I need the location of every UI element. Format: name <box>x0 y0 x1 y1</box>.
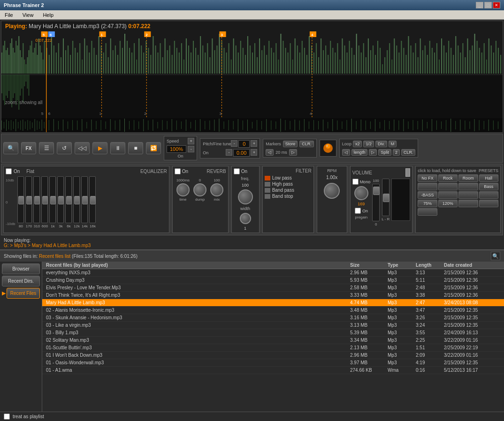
menu-file[interactable]: File <box>2 11 16 19</box>
store-button[interactable]: Store <box>283 141 298 147</box>
finetune-minus[interactable]: - <box>226 149 232 156</box>
list-name-link[interactable]: Recent files list <box>39 254 70 259</box>
table-row[interactable]: Don't Think Twice, It's All Right.mp33.3… <box>42 292 504 299</box>
eq-slider-thumb-80[interactable] <box>18 196 24 204</box>
recent-dirs-button[interactable]: Recent Dirs. <box>2 276 40 286</box>
eq-slider-track-80[interactable] <box>17 176 24 223</box>
table-row[interactable]: Mary Had A Little Lamb.mp34.74 MBMp32:47… <box>42 299 504 307</box>
eq-slider-track-6k[interactable] <box>65 176 72 223</box>
loop-x2[interactable]: x2 <box>353 141 362 147</box>
preset-btn-3[interactable]: Hall <box>479 174 498 182</box>
eq-slider-thumb-14k[interactable] <box>82 196 88 204</box>
table-row[interactable]: 01 I Won't Back Down.mp32.96 MBMp32:093/… <box>42 352 504 359</box>
search-button[interactable]: 🔍 <box>3 142 18 154</box>
eq-slider-track-12k[interactable] <box>73 176 80 223</box>
pitch-plus[interactable]: + <box>251 140 257 147</box>
speed-minus[interactable]: - <box>188 146 194 152</box>
play-button[interactable]: ▶ <box>92 142 107 154</box>
table-row[interactable]: 01 - A1.wma274.66 KBWma0:165/12/2013 16:… <box>42 367 504 374</box>
freq-on-checkbox[interactable] <box>234 168 240 174</box>
table-row[interactable]: 03 - Skunk Anansie - Hedonism.mp33.16 MB… <box>42 314 504 322</box>
loop-clr[interactable]: CLR. <box>401 149 416 156</box>
rpm-knob[interactable] <box>324 183 340 199</box>
eq-slider-thumb-310[interactable] <box>34 196 40 204</box>
eq-slider-thumb-600[interactable] <box>42 196 48 204</box>
preset-btn-1[interactable]: Rock <box>438 174 458 182</box>
clr-button[interactable]: CLR. <box>299 141 314 147</box>
browser-button[interactable]: Browser <box>2 263 40 274</box>
pregain-knob[interactable] <box>354 186 368 200</box>
table-row[interactable]: 02 Solitary Man.mp33.34 MBMp32:253/22/20… <box>42 337 504 344</box>
speed-plus[interactable]: + <box>188 138 194 144</box>
reverb-on-checkbox[interactable] <box>175 168 181 174</box>
maximize-button[interactable]: □ <box>484 2 492 8</box>
loop-button[interactable]: ↺ <box>57 142 72 154</box>
eq-slider-thumb-1k[interactable] <box>50 196 56 204</box>
loop-div[interactable]: Div. <box>375 141 387 147</box>
finetune-plus[interactable]: + <box>251 149 257 156</box>
eq-on-checkbox[interactable] <box>6 168 12 174</box>
preset-btn-2[interactable]: Room <box>458 174 478 182</box>
marker-next[interactable]: ▷ <box>289 149 297 156</box>
eq-slider-track-1k[interactable] <box>49 176 56 223</box>
fx-button[interactable]: FX <box>21 142 36 154</box>
table-row[interactable]: 03 - Billy 1.mp35.39 MBMp33:552/24/2009 … <box>42 329 504 337</box>
repeat-button[interactable]: 🔁 <box>146 142 161 154</box>
minimize-button[interactable]: _ <box>476 2 483 8</box>
eq-flat-label[interactable]: Flat <box>26 169 34 174</box>
recent-files-button[interactable]: Recent Files <box>7 288 40 299</box>
reverb-time-knob[interactable] <box>176 183 190 196</box>
loop-fwd[interactable]: ▷ <box>369 149 377 156</box>
waveform-mini[interactable] <box>1 118 503 132</box>
close-button[interactable]: ✕ <box>493 2 500 8</box>
width-knob[interactable] <box>240 213 251 224</box>
table-row[interactable]: 01 - Oasis-Wonderwall.mp33.97 MBMp34:192… <box>42 359 504 367</box>
eq-slider-track-3k[interactable] <box>57 176 64 223</box>
eq-slider-thumb-12k[interactable] <box>74 196 80 204</box>
freq-knob[interactable] <box>238 189 253 204</box>
vol-on-checkbox[interactable] <box>355 208 361 214</box>
waveform-main[interactable]: 5 6 0:07.222 1 2 <box>1 31 503 118</box>
loop-length[interactable]: length <box>351 149 368 156</box>
preset-btn-7[interactable]: Bass <box>479 183 498 190</box>
marker-prev[interactable]: ◁ <box>266 149 274 156</box>
parrot-button[interactable] <box>320 140 336 157</box>
preset-btn-0[interactable]: No FX <box>418 174 437 182</box>
preset-btn-12[interactable]: 75% <box>418 200 437 207</box>
loop-back[interactable]: ◁ <box>342 149 350 156</box>
eq-slider-thumb-16k[interactable] <box>90 196 96 204</box>
preset-btn-13[interactable]: 120% <box>438 200 458 207</box>
mono-checkbox[interactable] <box>352 179 359 185</box>
table-row[interactable]: Crushing Day.mp35.93 MBMp35:112/15/2009 … <box>42 277 504 284</box>
reverb-mix-knob[interactable] <box>210 183 223 196</box>
pause-button[interactable]: ⏸ <box>110 142 125 154</box>
loop-half[interactable]: 1/2 <box>363 141 374 147</box>
volume-slider[interactable] <box>372 184 380 221</box>
playlist-checkbox[interactable] <box>4 413 10 420</box>
loop-m[interactable]: M <box>389 141 397 147</box>
preset-btn-8[interactable]: -BASS <box>418 191 437 199</box>
menu-view[interactable]: View <box>20 11 37 19</box>
script-button[interactable]: ☰ <box>39 142 54 154</box>
table-row[interactable]: 01-Scuttle Buttin'.mp32.13 MBMp31:512/25… <box>42 344 504 352</box>
pitch-minus[interactable]: - <box>231 140 237 147</box>
eq-slider-thumb-6k[interactable] <box>66 196 72 204</box>
table-row[interactable]: 03 - Like a virgin.mp33.13 MBMp33:242/15… <box>42 322 504 329</box>
eq-slider-thumb-170[interactable] <box>26 196 32 204</box>
recent-files-item[interactable]: ▶ Recent Files <box>2 288 40 299</box>
eq-slider-track-310[interactable] <box>33 176 40 223</box>
table-row[interactable]: Elvis Presley - Love Me Tender.Mp32.58 M… <box>42 284 504 292</box>
file-search-icon[interactable]: 🔍 <box>491 252 500 260</box>
loop-n2[interactable]: 2 <box>393 149 400 156</box>
eq-slider-thumb-3k[interactable] <box>58 196 64 204</box>
table-row[interactable]: 02 - Alanis Morissette-Ironic.mp33.48 MB… <box>42 307 504 314</box>
table-row[interactable]: everything INXS.mp32.96 MBMp33:132/15/20… <box>42 269 504 277</box>
eq-slider-track-170[interactable] <box>25 176 32 223</box>
volume-lock[interactable] <box>405 168 410 177</box>
eq-slider-track-14k[interactable] <box>81 176 88 223</box>
loop-split[interactable]: Split <box>378 149 391 156</box>
stop-button[interactable]: ■ <box>128 142 143 154</box>
eq-slider-track-600[interactable] <box>41 176 48 223</box>
reverb-dump-knob[interactable] <box>193 183 206 196</box>
eq-slider-track-16k[interactable] <box>89 176 96 223</box>
